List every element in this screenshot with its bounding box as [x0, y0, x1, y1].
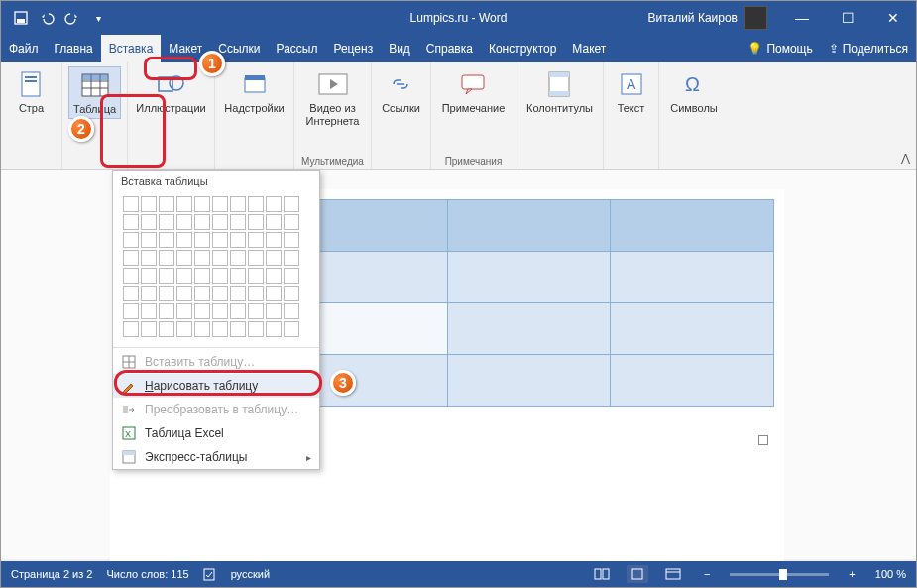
tab-table-design[interactable]: Конструктор: [481, 35, 564, 62]
group-media: Мультимедиа: [301, 154, 364, 169]
ribbon-tabs: Файл Главна Вставка Макет Ссылки Рассыл …: [1, 35, 916, 62]
excel-icon: X: [121, 425, 137, 441]
tab-help[interactable]: Справка: [418, 35, 481, 62]
user-account[interactable]: Виталий Каиров: [647, 6, 767, 30]
tell-me[interactable]: 💡Помощь: [740, 35, 820, 62]
insert-table-icon: [121, 354, 137, 370]
link-icon: [385, 68, 416, 100]
submenu-arrow-icon: ▸: [306, 452, 311, 463]
svg-rect-3: [25, 76, 37, 78]
svg-rect-31: [123, 451, 135, 455]
zoom-out-button[interactable]: −: [698, 568, 716, 580]
table-icon: [79, 69, 111, 101]
video-icon: [317, 68, 349, 100]
zoom-slider[interactable]: [730, 573, 829, 576]
zoom-level[interactable]: 100 %: [875, 568, 906, 580]
zoom-in-button[interactable]: +: [843, 568, 860, 580]
table-button[interactable]: Таблица: [68, 66, 121, 119]
table-resize-handle[interactable]: [758, 435, 768, 445]
qat-customize-icon[interactable]: ▾: [90, 10, 106, 26]
proofing-icon[interactable]: [203, 567, 217, 581]
table-size-grid[interactable]: [113, 190, 319, 345]
svg-text:A: A: [627, 76, 636, 92]
headers-button[interactable]: Колонтитулы: [522, 66, 597, 117]
svg-rect-34: [603, 569, 609, 579]
badge-3: 3: [330, 370, 356, 396]
svg-rect-32: [204, 569, 214, 580]
svg-rect-27: [123, 406, 128, 413]
shapes-icon: [156, 68, 187, 100]
links-button[interactable]: Ссылки: [378, 66, 424, 117]
dropdown-title: Вставка таблицы: [113, 171, 319, 190]
badge-1: 1: [199, 51, 225, 76]
tab-review[interactable]: Реценз: [325, 35, 381, 62]
badge-2: 2: [68, 116, 94, 142]
header-footer-icon: [543, 68, 575, 100]
tab-home[interactable]: Главна: [47, 35, 101, 62]
convert-icon: [121, 402, 137, 417]
svg-rect-14: [245, 75, 265, 80]
menu-draw-table[interactable]: ННарисовать таблицуарисовать таблицу: [113, 374, 319, 398]
user-name: Виталий Каиров: [647, 11, 738, 25]
svg-rect-20: [549, 91, 569, 96]
page-icon: [16, 68, 48, 100]
share-icon: ⇪: [829, 42, 839, 56]
table-dropdown: Вставка таблицы Вставить таблицу… ННарис…: [112, 170, 320, 470]
svg-rect-35: [632, 569, 642, 579]
tab-view[interactable]: Вид: [381, 35, 418, 62]
svg-rect-2: [22, 72, 40, 96]
comment-icon: [457, 68, 489, 100]
quick-tables-icon: [121, 449, 137, 465]
avatar: [744, 6, 767, 30]
svg-rect-36: [666, 569, 680, 579]
svg-text:X: X: [125, 429, 131, 439]
svg-rect-4: [25, 80, 37, 82]
addins-button[interactable]: Надстройки: [220, 66, 287, 117]
tab-mailings[interactable]: Рассыл: [269, 35, 326, 62]
svg-rect-19: [549, 72, 569, 77]
view-print-icon[interactable]: [627, 565, 648, 583]
symbols-button[interactable]: Ω Символы: [666, 66, 722, 117]
status-page[interactable]: Страница 2 из 2: [11, 568, 92, 580]
lightbulb-icon: 💡: [747, 42, 762, 56]
svg-point-12: [170, 76, 183, 90]
status-word-count[interactable]: Число слов: 115: [106, 568, 188, 580]
svg-text:Ω: Ω: [685, 73, 700, 95]
save-icon[interactable]: [13, 10, 29, 26]
online-video-button[interactable]: Видео из Интернета: [300, 66, 365, 130]
close-button[interactable]: ✕: [870, 1, 916, 35]
undo-icon[interactable]: [39, 10, 55, 26]
svg-rect-1: [17, 19, 25, 23]
status-bar: Страница 2 из 2 Число слов: 115 русский …: [1, 561, 916, 587]
comment-button[interactable]: Примечание: [438, 66, 510, 117]
share-button[interactable]: ⇪Поделиться: [821, 35, 916, 62]
maximize-button[interactable]: ☐: [825, 1, 870, 35]
svg-rect-13: [245, 78, 265, 92]
menu-insert-table[interactable]: Вставить таблицу…: [113, 350, 319, 374]
ribbon: Стра Таблица Иллюстрации Надстройки Виде…: [1, 62, 916, 170]
menu-convert-to-table[interactable]: Преобразовать в таблицу…: [113, 398, 319, 421]
menu-excel-table[interactable]: X Таблица Excel: [113, 421, 319, 445]
minimize-button[interactable]: —: [779, 1, 825, 35]
pencil-icon: [121, 378, 137, 394]
textbox-icon: A: [616, 68, 647, 100]
titlebar: ▾ Lumpics.ru - Word Виталий Каиров — ☐ ✕: [1, 1, 916, 35]
tab-file[interactable]: Файл: [1, 35, 47, 62]
tab-insert[interactable]: Вставка: [101, 35, 162, 62]
svg-rect-33: [595, 569, 601, 579]
view-read-icon[interactable]: [591, 565, 613, 583]
status-language[interactable]: русский: [231, 568, 270, 580]
svg-rect-17: [462, 75, 484, 89]
text-button[interactable]: A Текст: [612, 66, 651, 117]
illustrations-button[interactable]: Иллюстрации: [132, 66, 209, 117]
redo-icon[interactable]: [64, 10, 80, 26]
svg-rect-10: [82, 74, 108, 80]
tab-table-layout[interactable]: Макет: [564, 35, 614, 62]
view-web-icon[interactable]: [662, 565, 684, 583]
store-icon: [239, 68, 271, 100]
pages-button[interactable]: Стра: [12, 66, 52, 117]
group-comments: Примечания: [445, 154, 503, 169]
window-title: Lumpics.ru - Word: [410, 11, 508, 25]
menu-quick-tables[interactable]: Экспресс-таблицы ▸: [113, 445, 319, 469]
collapse-ribbon-icon[interactable]: ⋀: [901, 152, 910, 165]
